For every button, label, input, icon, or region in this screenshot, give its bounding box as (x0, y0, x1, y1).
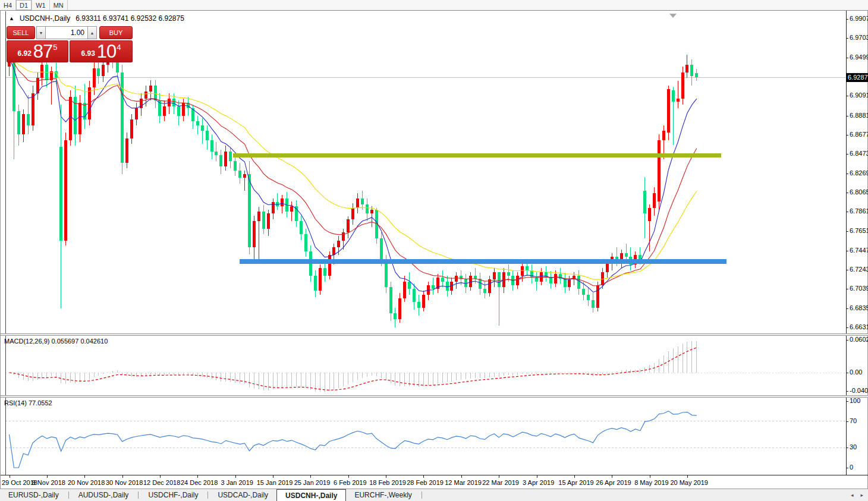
candle-body (380, 238, 383, 261)
volume-decrease-button[interactable]: ▼ (36, 26, 45, 39)
rsi-axis-label: 70 (850, 417, 857, 424)
tab-scroll-right-icon[interactable]: ▸ (860, 492, 863, 498)
candle-body (257, 212, 260, 221)
candle-body (224, 152, 227, 166)
time-axis-label: 26 Apr 2019 (596, 479, 631, 486)
timeframe-d1-button[interactable]: D1 (16, 0, 32, 10)
candle-body (356, 198, 359, 208)
price-axis-tick (846, 19, 848, 20)
time-axis-label: 25 Jan 2019 (294, 479, 331, 486)
price-axis-tick (846, 212, 848, 212)
price-axis-label: 6.97030 (850, 34, 868, 41)
price-axis-tick (846, 251, 848, 251)
price-axis-tick (846, 96, 848, 96)
buy-price-quote[interactable]: 6.93104 (70, 40, 133, 62)
tab-eurusd-daily[interactable]: EURUSD-,Daily (0, 489, 67, 501)
sell-price-quote[interactable]: 6.92875 (7, 40, 68, 62)
candle-body (685, 65, 688, 73)
time-axis-label: 8 May 2019 (634, 479, 668, 486)
timeframe-h4-button[interactable]: H4 (0, 0, 16, 10)
tab-usdchf-daily[interactable]: USDCHF-,Daily (140, 489, 206, 501)
candle-body (516, 276, 519, 285)
rsi-panel-divider[interactable] (1, 395, 868, 398)
buy-price-big: 10 (97, 43, 116, 60)
time-axis-tick (310, 475, 311, 478)
candle-body (93, 68, 96, 87)
time-axis-label: 22 Mar 2019 (482, 479, 519, 486)
price-axis-tick (846, 116, 848, 116)
mid-ma-line[interactable] (10, 58, 697, 286)
fast-ma-line[interactable] (10, 58, 697, 292)
one-click-collapse-icon[interactable]: ▲ (9, 15, 14, 22)
price-axis-tick (846, 289, 848, 289)
candle-body (59, 147, 62, 241)
buy-button[interactable]: BUY (99, 26, 133, 39)
price-axis-label: 6.84730 (850, 150, 868, 157)
rsi-axis-tick (846, 401, 848, 402)
tab-audusd-daily[interactable]: AUDUSD-,Daily (70, 489, 137, 501)
candle-body (413, 289, 416, 302)
rsi-axis-tick (846, 468, 848, 468)
tab-usdcnh-daily[interactable]: USDCNH-,Daily (276, 489, 346, 501)
macd-panel-divider[interactable] (1, 333, 868, 336)
time-axis-tick (499, 475, 499, 478)
symbol-title: USDCNH-,Daily (20, 14, 70, 23)
rsi-panel-canvas[interactable] (5, 398, 846, 474)
candle-body (314, 276, 317, 291)
time-axis-tick (273, 475, 273, 478)
current-price-tag[interactable]: 6.92875 (846, 73, 868, 82)
price-axis-tick (846, 58, 848, 58)
candle-body (78, 103, 81, 135)
candle-body (653, 193, 656, 208)
candle-body (253, 221, 256, 247)
price-axis-label: 6.74470 (850, 247, 868, 254)
timeframe-mn-button[interactable]: MN (50, 0, 68, 10)
candle-body (323, 268, 326, 276)
candle-body (144, 92, 147, 99)
candle-body (596, 285, 599, 308)
buy-price-small: 6.93 (81, 49, 95, 58)
candle-body (304, 234, 307, 251)
rsi-axis-label: 30 (850, 443, 857, 450)
candle-body (389, 287, 392, 313)
time-axis-label: 3 Apr 2019 (523, 479, 554, 486)
time-axis-label: 8 Nov 2018 (32, 479, 65, 486)
candle-body (201, 125, 204, 131)
timeframe-w1-button[interactable]: W1 (32, 0, 50, 10)
rsi-indicator-label: RSI(14) 77.0552 (4, 399, 52, 407)
tab-scroll-left-icon[interactable]: ◂ (851, 492, 854, 498)
price-axis-label: 6.76510 (850, 227, 868, 234)
time-axis-label: 20 May 2019 (670, 479, 708, 486)
candle-body (554, 274, 557, 283)
volume-increase-button[interactable]: ▲ (88, 26, 97, 39)
tab-eurchf-weekly[interactable]: EURCHF-,Weekly (346, 489, 420, 501)
macd-panel-canvas[interactable] (5, 336, 846, 395)
candle-body (417, 302, 420, 308)
candle-body (370, 210, 373, 213)
candle-body (102, 65, 105, 76)
price-axis-tick (846, 327, 848, 328)
sell-button[interactable]: SELL (7, 26, 35, 39)
price-axis-label: 6.78610 (850, 207, 868, 215)
candle-body (587, 295, 590, 301)
price-axis-tick (846, 174, 848, 174)
candle-body (521, 266, 524, 276)
volume-input[interactable] (45, 26, 88, 39)
slow-ma-line[interactable] (10, 58, 697, 280)
timeframe-toolbar: H4 D1 W1 MN (0, 0, 868, 11)
macd-signal-line (10, 348, 697, 390)
chart-shift-marker-icon[interactable] (669, 14, 677, 18)
candle-body (210, 140, 213, 152)
rsi-axis-tick (846, 448, 848, 448)
tab-usdcad-daily[interactable]: USDCAD-,Daily (209, 489, 276, 501)
chart-tab-bar: EURUSD-,Daily AUDUSD-,Daily USDCHF-,Dail… (0, 489, 868, 501)
sell-price-small: 6.92 (17, 49, 31, 58)
candle-body (408, 282, 411, 289)
sell-price-big: 87 (33, 43, 52, 60)
candle-body (116, 61, 119, 73)
candle-body (149, 86, 152, 92)
candle-body (182, 103, 185, 116)
candle-body (422, 295, 425, 308)
candle-body (300, 221, 303, 234)
price-axis-tick (846, 270, 848, 270)
